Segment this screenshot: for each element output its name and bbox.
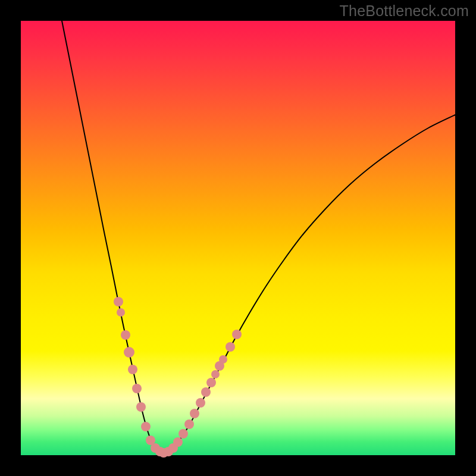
marker-group xyxy=(114,297,242,458)
data-marker xyxy=(128,365,137,374)
data-marker xyxy=(124,347,134,358)
data-marker xyxy=(201,387,211,397)
left-curve xyxy=(61,18,162,453)
data-marker xyxy=(196,398,205,408)
data-marker xyxy=(211,370,220,378)
data-marker xyxy=(178,429,188,439)
data-marker xyxy=(173,437,183,447)
watermark-text: TheBottleneck.com xyxy=(340,2,469,20)
data-marker xyxy=(206,378,216,387)
data-marker xyxy=(219,355,227,364)
plot-area xyxy=(21,21,455,455)
data-marker xyxy=(117,308,125,317)
data-marker xyxy=(132,384,142,393)
data-marker xyxy=(226,342,235,352)
data-marker xyxy=(141,422,151,431)
data-marker xyxy=(232,330,242,339)
chart-frame: TheBottleneck.com xyxy=(0,0,476,476)
data-marker xyxy=(190,409,199,418)
right-curve xyxy=(162,115,455,453)
data-marker xyxy=(121,330,130,340)
data-marker xyxy=(184,419,194,429)
curve-layer xyxy=(21,21,455,455)
data-marker xyxy=(114,297,123,306)
data-marker xyxy=(136,402,146,412)
